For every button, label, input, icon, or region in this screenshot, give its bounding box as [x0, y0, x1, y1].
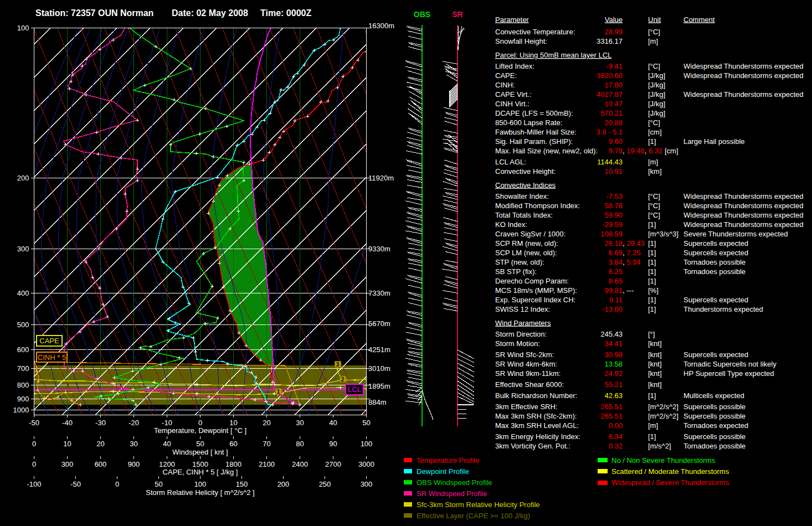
svg-text:6.34: 6.34: [609, 432, 623, 441]
svg-text:570.21: 570.21: [600, 109, 623, 117]
svg-text:Comment: Comment: [683, 16, 715, 24]
svg-text:Widespread Thunderstorms expec: Widespread Thunderstorms expected: [683, 192, 804, 200]
svg-text:1500: 1500: [192, 460, 208, 468]
svg-text:Lifted Index:: Lifted Index:: [495, 62, 535, 70]
svg-text:STP (new, old):: STP (new, old):: [495, 258, 544, 266]
svg-text:[%]: [%]: [648, 286, 659, 295]
svg-text:[J/kg]: [J/kg]: [648, 71, 665, 80]
svg-text:[1]: [1]: [648, 267, 656, 276]
svg-text:10.91: 10.91: [604, 167, 623, 176]
svg-text:Widespread Thunderstorms expec: Widespread Thunderstorms expected: [683, 211, 804, 219]
svg-text:850-600 Lapse Rate:: 850-600 Lapse Rate:: [495, 118, 562, 127]
svg-text:6.25: 6.25: [609, 267, 623, 276]
svg-text:-50: -50: [70, 480, 81, 488]
svg-text:KO Index:: KO Index:: [495, 220, 527, 229]
svg-text:Wind Parameters: Wind Parameters: [495, 319, 551, 327]
svg-text:OBS: OBS: [414, 10, 430, 19]
svg-text:4027.87: 4027.87: [597, 90, 623, 99]
svg-text:Widespread Thunderstorms expec: Widespread Thunderstorms expected: [683, 71, 804, 80]
svg-text:265.51: 265.51: [600, 412, 623, 420]
svg-text:200: 200: [17, 174, 29, 182]
svg-text:[°C]: [°C]: [648, 202, 660, 210]
svg-text:100: 100: [194, 480, 207, 488]
svg-text:8.65: 8.65: [609, 277, 623, 285]
svg-text:Dewpoint Profile: Dewpoint Profile: [417, 467, 469, 476]
svg-text:[1]: [1]: [648, 249, 656, 257]
svg-text:[J/kg]: [J/kg]: [648, 90, 665, 99]
svg-text:Widespread Thunderstorms expec: Widespread Thunderstorms expected: [683, 202, 804, 210]
svg-text:-100: -100: [27, 480, 41, 488]
svg-text:Storm Motion:: Storm Motion:: [495, 339, 540, 348]
svg-text:0.00: 0.00: [609, 421, 623, 430]
svg-text:80: 80: [296, 440, 304, 448]
svg-text:9.60: 9.60: [609, 137, 623, 146]
svg-text:[J/kg]: [J/kg]: [648, 100, 665, 108]
svg-text:Effective Shear 6000:: Effective Shear 6000:: [495, 380, 564, 389]
svg-text:Max 3km SRH (Sfc-2km):: Max 3km SRH (Sfc-2km):: [495, 412, 577, 420]
svg-text:-10: -10: [162, 419, 172, 427]
svg-text:3316.17: 3316.17: [597, 37, 623, 45]
svg-text:[m^2/s^2]: [m^2/s^2]: [648, 412, 679, 420]
svg-text:3820.60: 3820.60: [597, 71, 623, 80]
svg-text:SWISS 12 Index:: SWISS 12 Index:: [495, 305, 550, 313]
svg-text:50: 50: [362, 419, 370, 427]
svg-text:SCP RM (new, old):: SCP RM (new, old):: [495, 239, 558, 247]
svg-text:, 7.25: , 7.25: [623, 249, 641, 257]
svg-text:Effective Layer (CAPE >= 100 J: Effective Layer (CAPE >= 100 J/kg): [417, 512, 530, 520]
svg-text:24.92: 24.92: [604, 369, 623, 378]
svg-text:Scattered / Moderate Thunderst: Scattered / Moderate Thunderstorms: [611, 467, 729, 476]
svg-text:300: 300: [361, 480, 373, 488]
svg-text:Snowfall Height:: Snowfall Height:: [495, 37, 547, 45]
svg-text:100: 100: [361, 440, 373, 448]
svg-text:[1]: [1]: [648, 432, 656, 441]
svg-text:10.47: 10.47: [604, 100, 623, 108]
svg-text:Modified Thompson Index:: Modified Thompson Index:: [495, 202, 580, 210]
svg-text:40: 40: [329, 419, 337, 427]
svg-text:[m/s^2]: [m/s^2]: [648, 442, 671, 450]
svg-text:7330m: 7330m: [368, 289, 390, 297]
svg-text:CINH * 5: CINH * 5: [38, 353, 66, 362]
svg-text:108.59: 108.59: [600, 230, 623, 238]
svg-text:CAPE: CAPE: [39, 337, 59, 345]
svg-text:[knt]: [knt]: [648, 350, 662, 359]
svg-text:30.98: 30.98: [604, 350, 623, 359]
svg-text:Supercells expected: Supercells expected: [683, 350, 748, 359]
svg-text:CINH Virt.:: CINH Virt.:: [495, 100, 530, 108]
svg-text:Severe Thunderstorms expected: Severe Thunderstorms expected: [683, 230, 788, 238]
svg-text:0: 0: [32, 440, 36, 448]
svg-text:0.32: 0.32: [609, 442, 623, 450]
svg-text:DCAPE (LFS = 500mB):: DCAPE (LFS = 500mB):: [495, 109, 573, 117]
svg-text:2: 2: [341, 377, 345, 383]
svg-text:[1]: [1]: [648, 220, 656, 229]
svg-text:-50: -50: [29, 419, 39, 427]
svg-text:700: 700: [17, 364, 29, 373]
svg-text:20.88: 20.88: [604, 118, 623, 127]
svg-text:300: 300: [61, 460, 74, 468]
svg-text:[knt]: [knt]: [648, 360, 662, 368]
svg-text:Value: Value: [605, 16, 623, 24]
svg-text:Tornadoes possible: Tornadoes possible: [683, 267, 746, 276]
svg-text:[1]: [1]: [648, 239, 656, 247]
svg-text:MCS 18m/s (MMP, MSP):: MCS 18m/s (MMP, MSP):: [495, 286, 577, 295]
svg-text:884m: 884m: [368, 398, 387, 406]
svg-text:[1]: [1]: [648, 137, 656, 146]
svg-text:100: 100: [17, 24, 29, 32]
svg-text:17.80: 17.80: [604, 81, 623, 89]
svg-text:[m]: [m]: [648, 421, 658, 430]
svg-text:0: 0: [198, 419, 202, 427]
svg-text:3km Effective SRH:: 3km Effective SRH:: [495, 403, 557, 411]
svg-text:[1]: [1]: [648, 296, 656, 304]
svg-text:, 19.46, 6.32 [cm]: , 19.46, 6.32 [cm]: [623, 147, 679, 155]
svg-text:13.58: 13.58: [604, 360, 623, 368]
svg-text:-30: -30: [95, 419, 106, 427]
svg-text:6.69: 6.69: [609, 249, 623, 257]
svg-text:250: 250: [319, 480, 331, 488]
svg-text:Parameter: Parameter: [495, 16, 529, 24]
svg-text:1895m: 1895m: [368, 382, 390, 390]
svg-text:Temperature Profile: Temperature Profile: [417, 456, 479, 465]
svg-text:Widespread Thunderstorms expec: Widespread Thunderstorms expected: [683, 90, 804, 99]
svg-text:9330m: 9330m: [368, 245, 390, 253]
svg-text:50: 50: [196, 440, 204, 448]
svg-text:[cm]: [cm]: [648, 128, 662, 136]
svg-text:300: 300: [17, 245, 29, 253]
